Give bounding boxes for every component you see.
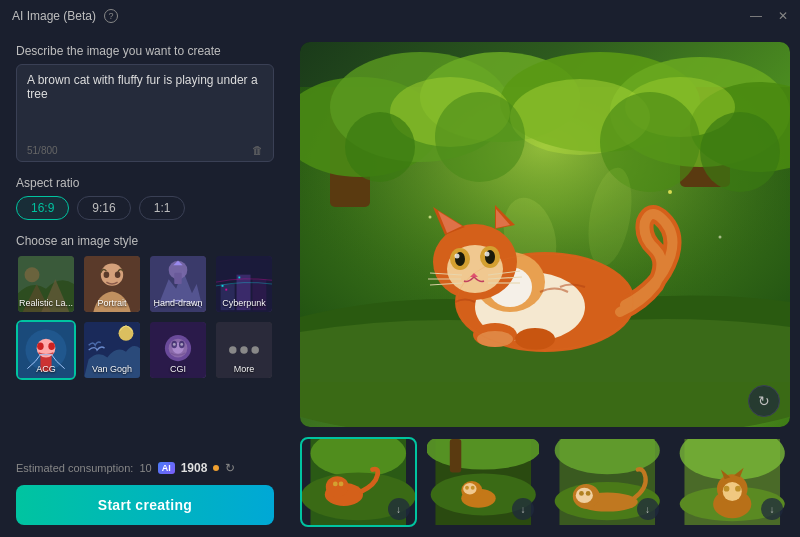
right-panel: ↻ ↓ — [290, 32, 800, 537]
svg-point-92 — [333, 482, 338, 487]
svg-point-108 — [576, 488, 593, 503]
thumbnail-4[interactable]: ↓ — [674, 437, 791, 527]
style-portrait[interactable]: Portrait — [82, 254, 142, 314]
dot-indicator — [213, 465, 219, 471]
style-portrait-label: Portrait — [84, 296, 140, 310]
svg-point-35 — [251, 346, 258, 353]
svg-point-31 — [180, 343, 183, 346]
aspect-btn-9-16[interactable]: 9:16 — [77, 196, 130, 220]
style-cyberpunk[interactable]: Cyberpunk — [214, 254, 274, 314]
ai-badge: AI — [158, 462, 175, 474]
svg-point-101 — [465, 486, 469, 490]
svg-point-102 — [470, 486, 474, 490]
svg-rect-96 — [449, 439, 460, 472]
svg-point-30 — [173, 343, 176, 346]
svg-point-110 — [586, 491, 591, 496]
aspect-section: Aspect ratio 16:9 9:16 1:1 — [16, 176, 274, 220]
svg-rect-14 — [225, 289, 227, 291]
left-panel: Describe the image you want to create A … — [0, 32, 290, 537]
style-realistic-label: Realistic La... — [18, 296, 74, 310]
thumbnail-3[interactable]: ↓ — [549, 437, 666, 527]
consumption-row: Estimated consumption: 10 AI 1908 ↻ — [16, 461, 274, 475]
title-bar-controls: — ✕ — [750, 9, 788, 23]
style-cyberpunk-label: Cyberpunk — [216, 296, 272, 310]
svg-point-20 — [37, 343, 44, 350]
style-handdrawn[interactable]: Hand-drawn — [148, 254, 208, 314]
bottom-section: Estimated consumption: 10 AI 1908 ↻ Star… — [16, 461, 274, 525]
main-image-wrapper: ↻ — [300, 42, 790, 427]
coins-count: 1908 — [181, 461, 208, 475]
svg-rect-13 — [222, 285, 224, 287]
svg-point-91 — [326, 476, 349, 497]
prompt-input[interactable]: A brown cat with fluffy fur is playing u… — [27, 73, 263, 133]
svg-point-34 — [240, 346, 247, 353]
thumbnails-row: ↓ ↓ — [300, 437, 790, 527]
svg-point-50 — [345, 112, 415, 182]
title-bar: AI Image (Beta) ? — ✕ — [0, 0, 800, 32]
style-realistic[interactable]: Realistic La... — [16, 254, 76, 314]
style-section: Choose an image style Realistic La... — [16, 234, 274, 380]
svg-point-53 — [700, 112, 780, 192]
thumb-download-2[interactable]: ↓ — [512, 498, 534, 520]
minimize-button[interactable]: — — [750, 9, 762, 23]
svg-point-71 — [455, 254, 460, 259]
char-count: 51/800 — [27, 145, 58, 156]
style-more-label: More — [216, 362, 272, 376]
consumption-value: 10 — [139, 462, 151, 474]
clear-icon[interactable]: 🗑 — [252, 144, 263, 156]
style-cgi-label: CGI — [150, 362, 206, 376]
thumb-download-1[interactable]: ↓ — [388, 498, 410, 520]
prompt-label: Describe the image you want to create — [16, 44, 274, 58]
svg-rect-8 — [174, 273, 181, 284]
style-acg-label: ACG — [18, 362, 74, 376]
svg-point-116 — [722, 482, 741, 501]
svg-point-82 — [477, 331, 513, 347]
svg-point-85 — [429, 216, 432, 219]
consumption-label: Estimated consumption: — [16, 462, 133, 474]
app-title: AI Image (Beta) — [12, 9, 96, 23]
svg-point-1 — [25, 267, 40, 282]
svg-point-100 — [463, 483, 476, 494]
style-handdrawn-label: Hand-drawn — [150, 296, 206, 310]
aspect-btn-16-9[interactable]: 16:9 — [16, 196, 69, 220]
close-button[interactable]: ✕ — [778, 9, 788, 23]
prompt-section: Describe the image you want to create A … — [16, 44, 274, 162]
svg-point-81 — [515, 328, 555, 350]
svg-point-118 — [735, 486, 741, 492]
svg-point-109 — [579, 491, 584, 496]
svg-point-23 — [119, 326, 134, 341]
style-label: Choose an image style — [16, 234, 274, 248]
info-icon[interactable]: ? — [104, 9, 118, 23]
svg-point-93 — [339, 482, 344, 487]
main-content: Describe the image you want to create A … — [0, 32, 800, 537]
svg-point-86 — [719, 236, 722, 239]
svg-point-21 — [48, 343, 55, 350]
svg-point-84 — [668, 190, 672, 194]
style-cgi[interactable]: CGI — [148, 320, 208, 380]
svg-point-72 — [485, 252, 490, 257]
main-image-canvas — [300, 42, 790, 427]
title-bar-left: AI Image (Beta) ? — [12, 9, 118, 23]
svg-point-33 — [229, 346, 236, 353]
thumb-download-4[interactable]: ↓ — [761, 498, 783, 520]
refresh-icon[interactable]: ↻ — [225, 461, 235, 475]
start-creating-button[interactable]: Start creating — [16, 485, 274, 525]
svg-point-5 — [115, 271, 121, 278]
style-vangogh-label: Van Gogh — [84, 362, 140, 376]
thumb-download-3[interactable]: ↓ — [637, 498, 659, 520]
style-vangogh[interactable]: Van Gogh — [82, 320, 142, 380]
thumbnail-2[interactable]: ↓ — [425, 437, 542, 527]
aspect-buttons: 16:9 9:16 1:1 — [16, 196, 274, 220]
svg-point-117 — [723, 486, 729, 492]
download-icon-main: ↻ — [758, 393, 770, 409]
download-button-main[interactable]: ↻ — [748, 385, 780, 417]
aspect-label: Aspect ratio — [16, 176, 274, 190]
style-grid: Realistic La... — [16, 254, 274, 380]
thumbnail-1[interactable]: ↓ — [300, 437, 417, 527]
svg-point-4 — [104, 271, 110, 278]
prompt-textarea-wrapper: A brown cat with fluffy fur is playing u… — [16, 64, 274, 162]
style-acg[interactable]: ACG — [16, 320, 76, 380]
style-more[interactable]: More — [214, 320, 274, 380]
aspect-btn-1-1[interactable]: 1:1 — [139, 196, 186, 220]
prompt-footer: 51/800 🗑 — [27, 144, 263, 156]
